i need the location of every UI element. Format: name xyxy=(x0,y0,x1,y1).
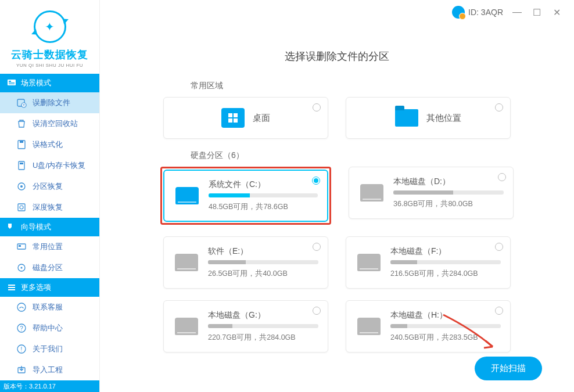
about-icon: ! xyxy=(16,344,27,354)
nav-item-label: 误格式化 xyxy=(33,139,63,150)
nav-item-label: 误删除文件 xyxy=(33,98,70,108)
nav-contact-support[interactable]: 联系客服 xyxy=(0,297,99,318)
radio-icon xyxy=(498,173,506,181)
user-id-text: ID: 3AQR xyxy=(468,8,503,17)
delete-file-icon xyxy=(16,98,27,108)
svg-rect-19 xyxy=(8,287,15,288)
disk-partition-icon xyxy=(16,262,27,273)
disk-info: 240.5GB可用，共283.5GB xyxy=(390,333,501,343)
nav-empty-recycle[interactable]: 误清空回收站 xyxy=(0,113,99,134)
card-other-location[interactable]: 其他位置 xyxy=(346,97,511,139)
nav-item-label: U盘/内存卡恢复 xyxy=(33,160,85,171)
section-more-options[interactable]: 更多选项 xyxy=(0,278,99,297)
common-area-label: 常用区域 xyxy=(191,81,551,91)
section-wizard-label: 向导模式 xyxy=(21,222,51,232)
disk-name: 本地磁盘（D:） xyxy=(393,177,504,187)
start-scan-button[interactable]: 开始扫描 xyxy=(475,357,542,380)
close-button[interactable]: ✕ xyxy=(551,6,562,18)
minimize-button[interactable]: — xyxy=(511,6,523,18)
folder-icon xyxy=(395,109,418,127)
svg-point-17 xyxy=(21,267,23,269)
nav-deep-recover[interactable]: 深度恢复 xyxy=(0,197,99,218)
disk-card-d[interactable]: 本地磁盘（D:） 36.8GB可用，共80.0GB xyxy=(349,167,514,219)
disk-name: 系统文件（C:） xyxy=(209,179,318,190)
disk-card-c[interactable]: 系统文件（C:） 48.5GB可用，共78.6GB xyxy=(163,170,328,222)
svg-text:?: ? xyxy=(20,325,23,332)
more-icon xyxy=(7,283,16,292)
svg-rect-28 xyxy=(234,113,238,117)
nav-item-label: 分区恢复 xyxy=(33,181,63,192)
disk-info: 48.5GB可用，共78.6GB xyxy=(209,202,318,212)
scene-mode-icon xyxy=(7,78,16,88)
nav-import-project[interactable]: 导入工程 xyxy=(0,359,99,380)
svg-rect-3 xyxy=(9,84,15,84)
disk-card-g[interactable]: 本地磁盘（G:） 220.7GB可用，共284.0GB xyxy=(163,300,328,353)
nav-partition-recover[interactable]: 分区恢复 xyxy=(0,176,99,197)
svg-rect-29 xyxy=(228,118,232,123)
svg-rect-20 xyxy=(8,289,15,290)
maximize-button[interactable]: ☐ xyxy=(531,6,543,18)
svg-point-11 xyxy=(20,185,23,188)
nav-item-label: 帮助中心 xyxy=(33,323,63,333)
nav-help-center[interactable]: ? 帮助中心 xyxy=(0,318,99,339)
disk-icon xyxy=(175,254,198,271)
disk-icon xyxy=(175,187,199,204)
svg-rect-27 xyxy=(228,113,232,117)
titlebar: ID: 3AQR — ☐ ✕ xyxy=(452,6,562,19)
nav-format[interactable]: 误格式化 xyxy=(0,134,99,155)
radio-icon xyxy=(312,177,320,185)
version-label: 版本号：3.21.0.17 xyxy=(0,380,99,392)
disk-usage-bar xyxy=(208,260,318,264)
logo-subtitle: YUN QI SHI SHU JU HUI FU xyxy=(6,63,94,68)
logo: ✦ 云骑士数据恢复 YUN QI SHI SHU JU HUI FU xyxy=(0,0,99,74)
radio-icon xyxy=(495,307,503,315)
deep-icon xyxy=(16,202,27,213)
nav-usb-recover[interactable]: U盘/内存卡恢复 xyxy=(0,155,99,176)
svg-point-13 xyxy=(20,206,23,209)
disk-usage-bar xyxy=(390,260,501,264)
recycle-icon xyxy=(16,118,27,129)
user-id-icon xyxy=(452,6,465,19)
disk-card-e[interactable]: 软件（E:） 26.5GB可用，共40.0GB xyxy=(163,236,328,289)
disk-info: 36.8GB可用，共80.0GB xyxy=(393,199,504,209)
radio-icon xyxy=(313,307,321,315)
user-id-badge[interactable]: ID: 3AQR xyxy=(452,6,503,19)
card-title: 桌面 xyxy=(253,113,270,124)
common-loc-icon xyxy=(16,242,27,252)
nav-item-label: 联系客服 xyxy=(33,302,63,312)
disk-info: 26.5GB可用，共40.0GB xyxy=(208,269,318,279)
section-scene-label: 场景模式 xyxy=(21,78,51,88)
card-desktop[interactable]: 桌面 xyxy=(163,97,328,139)
svg-rect-15 xyxy=(19,245,21,247)
svg-rect-1 xyxy=(9,81,11,82)
svg-rect-12 xyxy=(18,204,25,211)
disk-usage-bar xyxy=(393,190,504,195)
radio-icon xyxy=(313,243,321,251)
svg-rect-30 xyxy=(234,118,238,123)
nav-common-location[interactable]: 常用位置 xyxy=(0,236,99,257)
disk-icon xyxy=(360,184,383,202)
nav-disk-partition[interactable]: 磁盘分区 xyxy=(0,257,99,278)
nav-about[interactable]: ! 关于我们 xyxy=(0,339,99,359)
svg-rect-7 xyxy=(20,141,23,143)
disk-partition-label: 硬盘分区（6） xyxy=(191,150,551,161)
section-scene-mode[interactable]: 场景模式 xyxy=(0,74,99,92)
disk-info: 216.5GB可用，共284.0GB xyxy=(390,269,501,279)
disk-card-h[interactable]: 本地磁盘（H:） 240.5GB可用，共283.5GB xyxy=(346,300,511,353)
format-icon xyxy=(16,139,27,150)
radio-icon xyxy=(313,103,321,112)
disk-info: 220.7GB可用，共284.0GB xyxy=(208,333,318,343)
logo-title: 云骑士数据恢复 xyxy=(6,48,94,62)
nav-item-label: 误清空回收站 xyxy=(33,118,78,129)
section-wizard-mode[interactable]: 向导模式 xyxy=(0,218,99,236)
nav-item-label: 常用位置 xyxy=(33,242,63,252)
wizard-icon xyxy=(7,222,16,232)
section-more-label: 更多选项 xyxy=(21,282,51,293)
disk-icon xyxy=(357,254,381,271)
svg-rect-9 xyxy=(20,163,23,164)
disk-card-f[interactable]: 本地磁盘（F:） 216.5GB可用，共284.0GB xyxy=(346,236,511,289)
disk-usage-bar xyxy=(208,324,318,328)
disk-icon xyxy=(357,318,381,335)
nav-delete-file[interactable]: 误删除文件 xyxy=(0,92,99,113)
highlight-selected-disk: 系统文件（C:） 48.5GB可用，共78.6GB xyxy=(160,167,331,225)
